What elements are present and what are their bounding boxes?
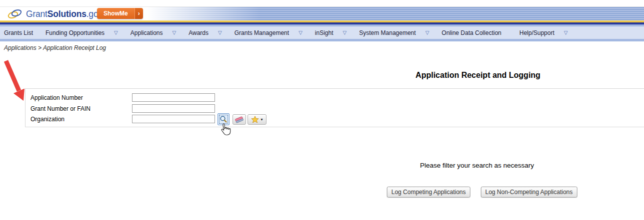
grant-number-input[interactable] [132,104,215,113]
log-non-competing-applications-button[interactable]: Log Non-Competing Applications [480,187,577,198]
nav-grants-management[interactable]: Grants Management ▽ [234,29,302,36]
chevron-down-icon: ▽ [218,30,222,35]
main-navbar: Grants List Funding Opportunities ▽ Appl… [0,24,644,41]
showme-arrow-icon: › [134,8,143,19]
favorites-dropdown-caret-icon: ▾ [260,117,262,122]
nav-funding-opportunities[interactable]: Funding Opportunities ▽ [46,29,118,36]
nav-grants-list[interactable]: Grants List [4,29,33,36]
organization-clear-button[interactable] [232,114,246,125]
grant-number-row: Grant Number or FAIN [26,104,644,113]
star-icon [251,116,259,123]
breadcrumb: Applications > Application Receipt Log [4,44,106,51]
nav-online-data-collection[interactable]: Online Data Collection [442,29,501,36]
logo-text: GrantSolutions.gov [26,9,102,19]
header-band: GrantSolutions.gov ShowMe › [0,6,644,20]
application-number-input[interactable] [132,93,215,102]
log-actions: Log Competing Applications Log Non-Compe… [387,187,578,198]
chevron-down-icon: ▽ [114,30,118,35]
filter-hint-text: Please filter your search as necessary [420,162,534,169]
chevron-down-icon: ▽ [564,30,568,35]
showme-button[interactable]: ShowMe › [97,8,143,19]
logo-rings-icon [6,8,24,20]
search-filter-panel: Application Number Grant Number or FAIN … [25,88,644,127]
grantsolutions-logo[interactable]: GrantSolutions.gov [6,8,102,20]
application-number-label: Application Number [30,94,83,101]
application-number-row: Application Number [26,93,644,102]
nav-insight[interactable]: inSight ▽ [315,29,346,36]
nav-system-management[interactable]: System Management ▽ [359,29,429,36]
eraser-icon [234,116,244,123]
nav-help-support[interactable]: Help/Support ▽ [520,29,568,36]
chevron-down-icon: ▽ [298,30,302,35]
log-competing-applications-button[interactable]: Log Competing Applications [387,187,470,198]
nav-awards[interactable]: Awards ▽ [188,29,222,36]
magnifier-icon [220,115,228,123]
organization-row: Organization [26,115,644,124]
grant-number-label: Grant Number or FAIN [30,105,90,112]
organization-input[interactable] [132,115,215,123]
organization-search-button[interactable] [218,113,230,125]
page-title: Application Receipt and Logging [416,71,540,80]
organization-favorites-button[interactable]: ▾ [248,114,266,125]
chevron-down-icon: ▽ [426,30,430,35]
organization-label: Organization [30,116,64,123]
showme-label: ShowMe [97,8,134,19]
chevron-down-icon: ▽ [343,30,347,35]
nav-applications[interactable]: Applications ▽ [130,29,176,36]
chevron-down-icon: ▽ [172,30,176,35]
